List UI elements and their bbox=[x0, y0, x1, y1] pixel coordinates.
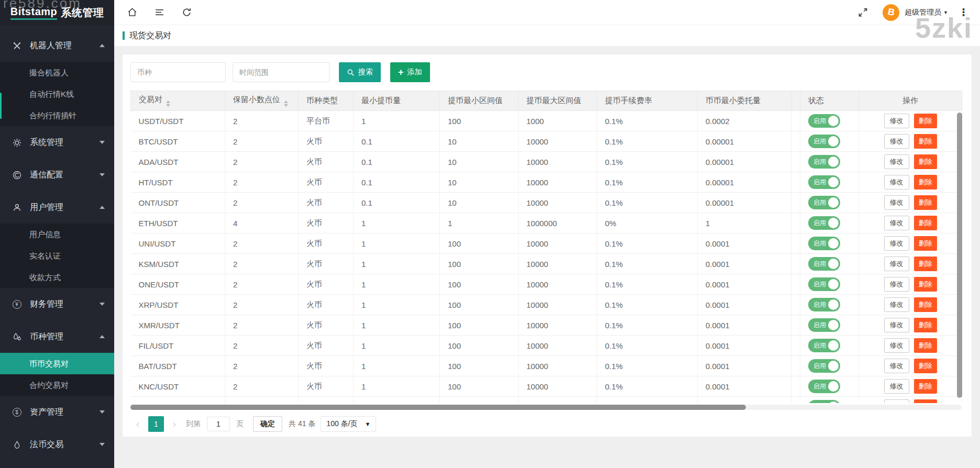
status-toggle[interactable]: 启用 bbox=[808, 400, 840, 403]
username[interactable]: 超级管理员 bbox=[905, 8, 941, 17]
edit-button[interactable]: 修改 bbox=[884, 338, 909, 353]
status-toggle[interactable]: 启用 bbox=[808, 318, 840, 332]
status-toggle[interactable]: 启用 bbox=[808, 196, 840, 209]
status-toggle[interactable]: 启用 bbox=[808, 359, 840, 373]
sidebar-subitem[interactable]: 币币交易对 bbox=[0, 353, 114, 374]
status-toggle[interactable]: 启用 bbox=[808, 257, 840, 271]
status-toggle[interactable]: 启用 bbox=[808, 339, 840, 352]
search-button[interactable]: 搜索 bbox=[339, 62, 381, 82]
edit-button[interactable]: 修改 bbox=[884, 399, 909, 403]
user-menu-caret-icon[interactable]: ▼ bbox=[943, 10, 948, 15]
cell-pair: ADA/USDT bbox=[131, 152, 225, 172]
next-page-button[interactable]: › bbox=[167, 416, 182, 432]
sidebar-item[interactable]: ¥财务管理 bbox=[0, 288, 114, 320]
delete-button[interactable]: 删除 bbox=[914, 236, 937, 251]
current-page-button[interactable]: 1 bbox=[148, 416, 164, 432]
delete-button[interactable]: 删除 bbox=[914, 318, 937, 332]
home-icon[interactable] bbox=[127, 7, 138, 18]
delete-button[interactable]: 删除 bbox=[914, 379, 937, 394]
toggle-knob-icon bbox=[828, 116, 839, 126]
sidebar-item[interactable]: 法币交易 bbox=[0, 428, 114, 461]
coin-filter-input[interactable] bbox=[130, 62, 226, 82]
toggle-knob-icon bbox=[828, 279, 839, 289]
vertical-scrollbar-thumb[interactable] bbox=[957, 113, 962, 398]
sidebar-subitem[interactable]: 自动行情K线 bbox=[0, 83, 114, 105]
status-toggle[interactable]: 启用 bbox=[808, 277, 840, 291]
status-toggle[interactable]: 启用 bbox=[808, 114, 840, 128]
delete-button[interactable]: 删除 bbox=[914, 134, 937, 149]
edit-button[interactable]: 修改 bbox=[884, 277, 909, 292]
status-toggle[interactable]: 启用 bbox=[808, 237, 840, 250]
delete-button[interactable]: 删除 bbox=[914, 154, 937, 169]
cell-status: 启用 bbox=[800, 356, 859, 376]
status-toggle[interactable]: 启用 bbox=[808, 155, 840, 169]
edit-button[interactable]: 修改 bbox=[884, 195, 909, 210]
edit-button[interactable]: 修改 bbox=[884, 114, 909, 128]
edit-button[interactable]: 修改 bbox=[884, 379, 909, 394]
status-toggle-label: 启用 bbox=[813, 382, 826, 391]
sidebar-item[interactable]: 机器人管理 bbox=[0, 29, 114, 62]
sidebar-item[interactable]: $资产管理 bbox=[0, 396, 114, 428]
edit-button[interactable]: 修改 bbox=[884, 154, 909, 169]
sidebar-subitem[interactable]: 合约交易对 bbox=[0, 374, 114, 396]
sidebar-subitem[interactable]: 实名认证 bbox=[0, 245, 114, 266]
delete-button[interactable]: 删除 bbox=[914, 297, 937, 312]
status-toggle[interactable]: 启用 bbox=[808, 380, 840, 393]
sort-icon[interactable] bbox=[284, 101, 288, 107]
menu-toggle-icon[interactable] bbox=[154, 7, 166, 18]
page-size-select[interactable]: 100 条/页 ▼ bbox=[321, 416, 376, 432]
sidebar-subitem[interactable]: 用户信息 bbox=[0, 224, 114, 245]
edit-button[interactable]: 修改 bbox=[884, 175, 909, 190]
status-toggle-label: 启用 bbox=[813, 137, 826, 146]
delete-button[interactable]: 删除 bbox=[914, 338, 937, 353]
edit-button[interactable]: 修改 bbox=[884, 257, 909, 271]
toggle-knob-icon bbox=[828, 361, 839, 371]
delete-button[interactable]: 删除 bbox=[914, 399, 937, 403]
delete-button[interactable]: 删除 bbox=[914, 114, 937, 128]
sidebar-item[interactable]: 系统管理 bbox=[0, 126, 114, 159]
delete-button[interactable]: 删除 bbox=[914, 216, 937, 230]
chevron-up-icon bbox=[100, 206, 105, 209]
sidebar-scrollbar-thumb[interactable] bbox=[0, 93, 2, 119]
delete-button[interactable]: 删除 bbox=[914, 175, 937, 190]
status-toggle[interactable]: 启用 bbox=[808, 216, 840, 230]
prev-page-button[interactable]: ‹ bbox=[130, 416, 145, 432]
fullscreen-icon[interactable] bbox=[857, 7, 869, 18]
edit-button[interactable]: 修改 bbox=[884, 216, 909, 230]
edit-button[interactable]: 修改 bbox=[884, 359, 909, 373]
goto-confirm-button[interactable]: 确定 bbox=[253, 416, 282, 432]
sidebar-subitem[interactable]: 收款方式 bbox=[0, 266, 114, 288]
sidebar-item[interactable]: 通信配置 bbox=[0, 159, 114, 191]
kebab-menu-icon[interactable]: ⋮ bbox=[956, 6, 971, 18]
add-button[interactable]: + 添加 bbox=[390, 62, 430, 82]
sort-icon[interactable] bbox=[166, 101, 170, 107]
edit-button[interactable]: 修改 bbox=[884, 297, 909, 312]
cell-actions: 修改删除 bbox=[859, 213, 962, 233]
cell-min_order: 0.0001 bbox=[698, 295, 791, 315]
horizontal-scrollbar-thumb[interactable] bbox=[130, 405, 746, 410]
delete-button[interactable]: 删除 bbox=[914, 257, 937, 271]
column-header[interactable]: 交易对 bbox=[131, 91, 225, 111]
status-toggle-label: 启用 bbox=[813, 117, 826, 126]
edit-button[interactable]: 修改 bbox=[884, 134, 909, 149]
delete-button[interactable]: 删除 bbox=[914, 359, 937, 373]
delete-button[interactable]: 删除 bbox=[914, 195, 937, 210]
cell-min_order: 0.0001 bbox=[698, 274, 791, 295]
status-toggle[interactable]: 启用 bbox=[808, 135, 840, 148]
edit-button[interactable]: 修改 bbox=[884, 236, 909, 251]
time-range-input[interactable] bbox=[233, 62, 329, 82]
edit-button[interactable]: 修改 bbox=[884, 318, 909, 332]
user-avatar[interactable]: B bbox=[883, 4, 899, 21]
sidebar-item[interactable]: 用户管理 bbox=[0, 191, 114, 224]
sidebar-subitem[interactable]: 撮合机器人 bbox=[0, 62, 114, 83]
delete-button[interactable]: 删除 bbox=[914, 277, 937, 292]
cell-min_range: 100 bbox=[440, 254, 519, 274]
column-header[interactable]: 保留小数点位 bbox=[225, 91, 299, 111]
status-toggle[interactable]: 启用 bbox=[808, 175, 840, 189]
status-toggle[interactable]: 启用 bbox=[808, 298, 840, 311]
refresh-icon[interactable] bbox=[181, 7, 193, 18]
goto-page-input[interactable] bbox=[207, 417, 230, 431]
sidebar-subitem[interactable]: 合约行情插针 bbox=[0, 105, 114, 126]
cell-pair: BAT/USDT bbox=[131, 356, 225, 376]
sidebar-item[interactable]: 币种管理 bbox=[0, 320, 114, 353]
